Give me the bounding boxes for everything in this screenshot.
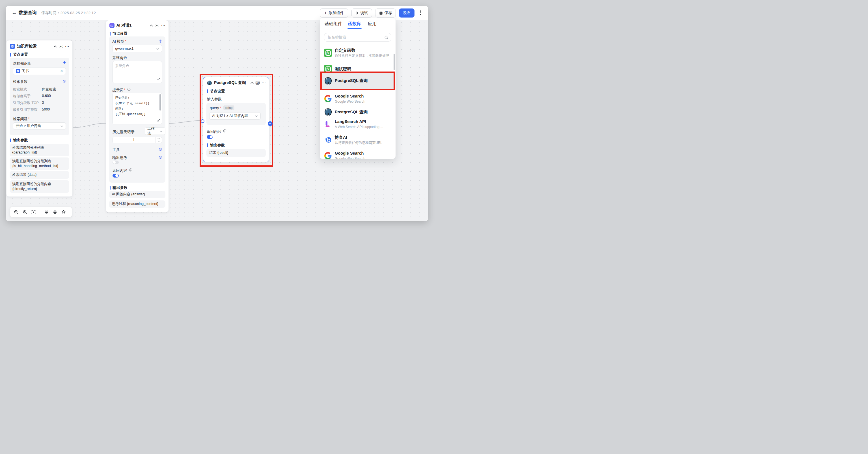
- return-toggle-on[interactable]: [207, 135, 213, 139]
- tools-gear-icon[interactable]: [159, 147, 162, 152]
- param-type-badge: string: [223, 105, 235, 110]
- output-param: 结果 {result}: [207, 149, 266, 157]
- expand-all-icon[interactable]: [53, 210, 57, 214]
- node-title: PostgreSQL 查询: [214, 80, 249, 85]
- select-kb-label: 选择知识库: [13, 61, 31, 66]
- run-all-icon[interactable]: all: [256, 81, 259, 85]
- query-value-select[interactable]: AI 对话1 > AI 回答内容: [209, 112, 261, 120]
- chevron-down-icon: [156, 46, 159, 51]
- ai-settings-card: AI 模型* qwen-max1 系统角色 提示词* 已知信息:: [109, 36, 165, 183]
- collapse-icon[interactable]: [250, 82, 254, 84]
- role-textarea[interactable]: [113, 61, 162, 83]
- info-icon: [223, 129, 226, 134]
- search-input[interactable]: [324, 33, 391, 41]
- add-next-node-button[interactable]: +: [268, 121, 273, 126]
- google-icon: [324, 94, 332, 103]
- question-select[interactable]: 开始 > 用户问题: [13, 122, 66, 130]
- section-bar: [10, 53, 11, 57]
- pg-input-card: query* string AI 对话1 > AI 回答内容: [207, 103, 266, 125]
- run-all-icon[interactable]: all: [155, 24, 159, 27]
- return-toggle-on[interactable]: [113, 174, 119, 177]
- debug-button[interactable]: 调试: [351, 8, 372, 18]
- list-item-custom-function[interactable]: fx 自定义函数通过执行自定义脚本，实现数据处理: [320, 45, 394, 61]
- section-title: 输出参数: [13, 138, 28, 143]
- question-value: 开始 > 用户问题: [16, 124, 41, 128]
- more-icon[interactable]: ⋯: [161, 24, 166, 27]
- langsearch-icon: [324, 120, 332, 128]
- more-icon[interactable]: ⋯: [261, 82, 266, 84]
- postgresql-icon: [324, 108, 332, 116]
- collapse-all-icon[interactable]: [44, 210, 49, 214]
- tab-function-library[interactable]: 函数库: [348, 21, 361, 27]
- section-bar: [110, 32, 111, 36]
- history-value: 工作流: [148, 126, 157, 136]
- list-item-postgresql-query[interactable]: PostgreSQL 查询: [320, 72, 394, 89]
- output-param: 检索结果 {data}: [10, 171, 69, 179]
- list-item-google-search-2[interactable]: Google SearchGoogle Web Search: [320, 148, 394, 159]
- kb-selected-chip[interactable]: 飞书 ✕: [13, 68, 66, 75]
- input-port[interactable]: [201, 119, 205, 123]
- knowledge-base-icon: [10, 44, 15, 49]
- resize-icon[interactable]: [157, 118, 160, 123]
- chevron-down-icon: [255, 114, 258, 118]
- node-title: 知识库检索: [17, 44, 52, 49]
- history-select[interactable]: 工作流: [145, 128, 165, 135]
- search-params-label: 检索参数: [13, 79, 28, 84]
- add-component-button[interactable]: + 添加组件: [320, 8, 348, 18]
- remove-kb-icon[interactable]: ✕: [60, 69, 63, 73]
- list-item-langsearch-api[interactable]: LangSearch APIA Web Search API supportin…: [320, 117, 394, 132]
- prompt-textarea-wrap[interactable]: 已知信息: {{MCP 节点.result}} 问题: {{开始.questio…: [113, 93, 162, 124]
- zoom-out-icon[interactable]: [14, 210, 19, 214]
- history-count-input[interactable]: 1: [113, 137, 162, 143]
- output-param: 检索结果的分段列表 {paragraph_list}: [10, 144, 69, 156]
- tab-basic-components[interactable]: 基础组件: [324, 21, 342, 27]
- query-param-label: query* string: [210, 105, 235, 110]
- more-menu-icon[interactable]: [418, 10, 424, 17]
- params-gear-icon[interactable]: [62, 79, 66, 84]
- panel-scrollbar[interactable]: [394, 54, 395, 70]
- step-up-icon[interactable]: [155, 137, 162, 140]
- save-button[interactable]: 保存: [375, 8, 396, 18]
- back-button[interactable]: ←: [11, 10, 17, 16]
- section-bar: [10, 138, 11, 142]
- model-select[interactable]: qwen-max1: [113, 45, 162, 52]
- think-gear-icon[interactable]: [159, 155, 162, 160]
- history-label: 历史聊天记录: [113, 129, 134, 135]
- model-gear-icon[interactable]: [159, 39, 162, 44]
- list-item-google-search[interactable]: Google SearchGoogle Web Search: [320, 91, 394, 106]
- plus-icon: +: [324, 11, 327, 15]
- fit-view-icon[interactable]: [31, 210, 36, 214]
- node-knowledge-retrieval[interactable]: 知识库检索 all ⋯ 节点设置 选择知识库 + 飞书 ✕ 检索参数 检索模式向…: [6, 40, 73, 197]
- tab-apps[interactable]: 应用: [368, 21, 377, 27]
- question-label: 检索问题*: [13, 117, 30, 122]
- beautify-icon[interactable]: [61, 210, 66, 214]
- node-postgresql-query[interactable]: PostgreSQL 查询 all ⋯ 节点设置 输入参数 query* str…: [203, 77, 269, 162]
- tools-label: 工具: [113, 147, 120, 152]
- number-stepper[interactable]: [155, 137, 162, 143]
- search-icon: [384, 35, 389, 41]
- textarea-scrollbar[interactable]: [159, 94, 161, 110]
- collapse-icon[interactable]: [54, 45, 57, 47]
- step-down-icon[interactable]: [155, 140, 162, 143]
- output-param: 思考过程 {reasoning_content}: [109, 200, 165, 208]
- app-window: 知识库检索 all ⋯ 节点设置 选择知识库 + 飞书 ✕ 检索参数 检索模式向…: [6, 6, 428, 221]
- think-toggle-off[interactable]: [113, 161, 119, 164]
- kb-chip-icon: [16, 69, 20, 73]
- add-knowledge-icon[interactable]: +: [63, 61, 66, 64]
- run-all-icon[interactable]: all: [59, 45, 63, 48]
- prompt-line: {{开始.question}}: [115, 111, 158, 117]
- publish-button[interactable]: 发布: [399, 8, 414, 18]
- param-row: 引用分段数 TOP3: [13, 101, 66, 105]
- postgresql-icon: [324, 76, 332, 85]
- zoom-in-icon[interactable]: [23, 210, 27, 214]
- section-title: 节点设置: [113, 31, 127, 36]
- resize-icon[interactable]: [157, 76, 160, 82]
- node-ai-chat[interactable]: AI 对话1 all ⋯ 节点设置 AI 模型* qwen-max1 系统角色: [106, 20, 169, 212]
- save-icon: [379, 11, 383, 15]
- postgresql-icon: [207, 80, 212, 86]
- list-item-bocha-ai[interactable]: 博查AI从博查搜索任何信息和网页URL: [320, 132, 394, 148]
- page-title: 数据查询: [19, 10, 37, 16]
- collapse-icon[interactable]: [150, 25, 153, 27]
- more-icon[interactable]: ⋯: [65, 45, 69, 48]
- think-label: 输出思考: [113, 155, 127, 160]
